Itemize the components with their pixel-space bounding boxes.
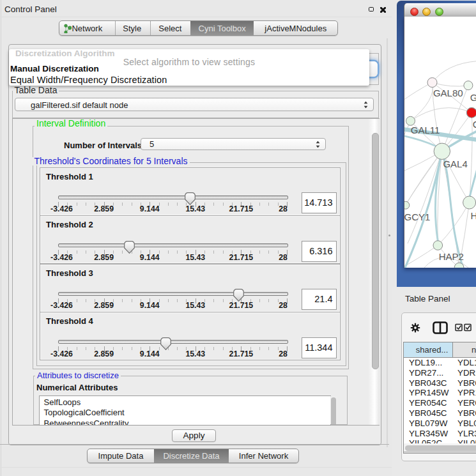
svg-text:GAL4: GAL4: [443, 158, 467, 169]
svg-text:GCY1: GCY1: [404, 211, 430, 222]
svg-text:GAL11: GAL11: [411, 125, 440, 135]
svg-text:GA: GA: [470, 92, 476, 103]
svg-text:GAL80: GAL80: [433, 88, 463, 98]
svg-text:C: C: [473, 119, 476, 130]
svg-text:H: H: [471, 210, 476, 221]
svg-text:HAP2: HAP2: [439, 251, 464, 262]
